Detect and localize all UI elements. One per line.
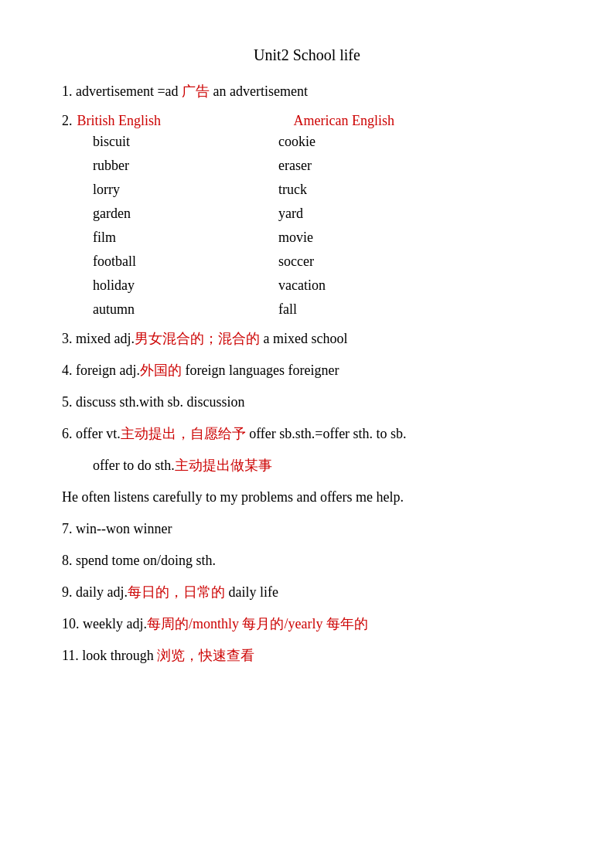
item-4-text2: foreign languages foreigner [182, 363, 339, 378]
american-english-label: American English [294, 113, 394, 129]
vocab-row-football: football soccer [62, 254, 552, 270]
item-11-number: 11. [62, 648, 79, 663]
item-3-number: 3. [62, 331, 73, 346]
item-6-text: offer vt. [76, 426, 121, 441]
item-11: 11. look through 浏览，快速查看 [62, 645, 552, 666]
item-9-text2: daily life [225, 584, 278, 600]
item-1-number: 1. [62, 83, 73, 99]
item-6c-text: He often listens carefully to my problem… [62, 489, 404, 505]
item-10-chinese: 每周的/monthly 每月的/yearly 每年的 [147, 616, 368, 631]
item-1: 1. advertisement =ad 广告 an advertisement [62, 81, 552, 102]
vocab-row-biscuit: biscuit cookie [62, 134, 552, 150]
item-5-text: discuss sth.with sb. discussion [76, 394, 245, 410]
item-10: 10. weekly adj.每周的/monthly 每月的/yearly 每年… [62, 614, 552, 635]
item-1-text: advertisement =ad [76, 83, 182, 99]
item-7-number: 7. [62, 521, 73, 536]
item-7-text: win--won winner [76, 521, 172, 536]
item-3-text2: a mixed school [260, 331, 347, 346]
item-6-number: 6. [62, 426, 73, 441]
amer-word-cookie: cookie [278, 134, 316, 150]
amer-word-soccer: soccer [278, 254, 314, 270]
item-6b: offer to do sth.主动提出做某事 [62, 455, 552, 476]
vocab-row-holiday: holiday vacation [62, 277, 552, 294]
amer-word-eraser: eraser [278, 158, 312, 174]
item-6b-chinese: 主动提出做某事 [175, 458, 272, 473]
british-english-label: British English [77, 113, 294, 129]
vocab-row-rubber: rubber eraser [62, 158, 552, 174]
item-4-number: 4. [62, 363, 73, 378]
item-6: 6. offer vt.主动提出，自愿给予 offer sb.sth.=offe… [62, 424, 552, 444]
item-10-text: weekly adj. [83, 616, 147, 631]
brit-word-garden: garden [62, 206, 278, 222]
brit-word-football: football [62, 254, 278, 270]
brit-word-autumn: autumn [62, 301, 278, 318]
amer-word-truck: truck [278, 182, 307, 198]
item-5-number: 5. [62, 394, 73, 410]
item-6c: He often listens carefully to my problem… [62, 487, 552, 508]
item-6-chinese: 主动提出，自愿给予 [121, 426, 246, 441]
brit-word-lorry: lorry [62, 182, 278, 198]
item-8-number: 8. [62, 553, 73, 568]
item-1-chinese: 广告 [182, 83, 210, 99]
amer-word-movie: movie [278, 230, 313, 246]
item-8-text: spend tome on/doing sth. [76, 553, 216, 568]
item-6-text2: offer sb.sth.=offer sth. to sb. [246, 426, 407, 441]
brit-word-rubber: rubber [62, 158, 278, 174]
item-9: 9. daily adj.每日的，日常的 daily life [62, 582, 552, 603]
item-7: 7. win--won winner [62, 519, 552, 540]
vocab-section: 2. British English American English bisc… [62, 113, 552, 318]
page-title: Unit2 School life [62, 46, 552, 64]
item-4-text: foreign adj. [76, 363, 140, 378]
vocab-row-autumn: autumn fall [62, 301, 552, 318]
item-3-text: mixed adj. [76, 331, 135, 346]
item-3: 3. mixed adj.男女混合的；混合的 a mixed school [62, 328, 552, 349]
brit-word-film: film [62, 230, 278, 246]
item-9-number: 9. [62, 584, 73, 600]
vocab-row-lorry: lorry truck [62, 182, 552, 198]
item-11-text: look through [82, 648, 157, 663]
brit-word-holiday: holiday [62, 277, 278, 294]
vocab-row-film: film movie [62, 230, 552, 246]
item-3-chinese: 男女混合的；混合的 [135, 331, 260, 346]
vocab-header: 2. British English American English [62, 113, 552, 129]
item-6b-text: offer to do sth. [93, 458, 175, 473]
amer-word-yard: yard [278, 206, 303, 222]
item-10-number: 10. [62, 616, 80, 631]
item-4-chinese: 外国的 [140, 363, 182, 378]
item-11-chinese: 浏览，快速查看 [157, 648, 254, 663]
item-9-text: daily adj. [76, 584, 128, 600]
amer-word-vacation: vacation [278, 277, 326, 294]
item-8: 8. spend tome on/doing sth. [62, 550, 552, 571]
item-2-number: 2. [62, 113, 73, 129]
item-4: 4. foreign adj.外国的 foreign languages for… [62, 360, 552, 381]
item-5: 5. discuss sth.with sb. discussion [62, 392, 552, 413]
item-9-chinese: 每日的，日常的 [128, 584, 225, 600]
vocab-row-garden: garden yard [62, 206, 552, 222]
item-1-text2: an advertisement [210, 83, 308, 99]
amer-word-fall: fall [278, 301, 297, 318]
brit-word-biscuit: biscuit [62, 134, 278, 150]
